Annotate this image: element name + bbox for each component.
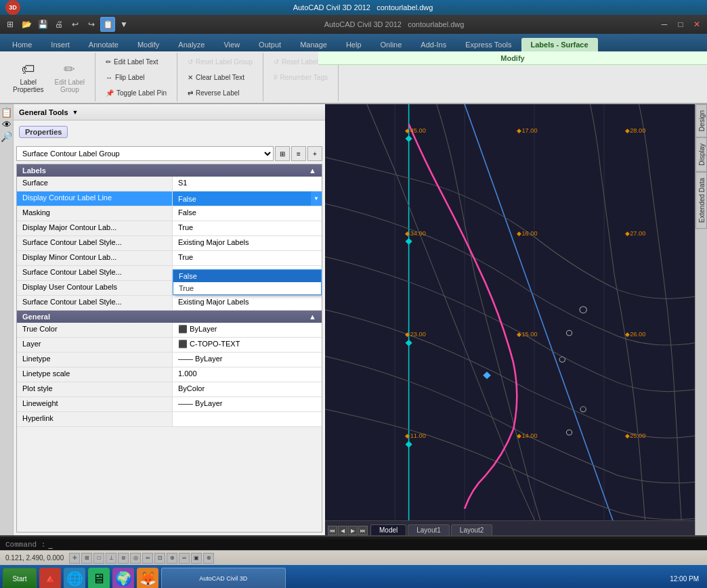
tab-analyze[interactable]: Analyze: [169, 38, 214, 51]
taskbar-clock: 12:00 PM: [664, 575, 704, 583]
prop-row-plot-style: Plot style ByColor: [17, 382, 322, 397]
taskbar-active-window[interactable]: AutoCAD Civil 3D: [161, 568, 286, 588]
qa-redo-btn[interactable]: ↪: [84, 17, 99, 32]
layout-nav-last[interactable]: ⏭: [358, 526, 368, 535]
svg-text:◆45.00: ◆45.00: [405, 127, 425, 134]
properties-icon[interactable]: 📋: [0, 107, 13, 118]
layout-nav-next[interactable]: ▶: [348, 526, 358, 535]
command-area: Command : _: [0, 535, 707, 550]
edit-label-group-btn[interactable]: ✏ Edit LabelGroup: [50, 58, 89, 96]
properties-header-area: Properties: [14, 120, 325, 143]
taskbar-app-4[interactable]: 🌍: [112, 568, 134, 588]
status-icon-otrack[interactable]: ∞: [142, 553, 153, 564]
status-icon-dyn[interactable]: ⊕: [167, 553, 177, 564]
qa-open-btn[interactable]: 📂: [19, 17, 34, 32]
tab-layout1[interactable]: Layout1: [408, 524, 450, 535]
label-group-select[interactable]: Surface Contour Label Group: [16, 146, 274, 161]
status-icon-ortho[interactable]: ⊥: [106, 553, 116, 564]
object-viewer-icon[interactable]: 👁: [0, 119, 13, 130]
tab-online[interactable]: Online: [371, 38, 412, 51]
edit-label-text-btn[interactable]: ✏ Edit Label Text: [101, 54, 171, 69]
reset-label-group-btn[interactable]: ↺ Reset Label Group: [183, 54, 257, 69]
qa-home-btn[interactable]: ⊞: [3, 17, 18, 32]
minimize-btn[interactable]: ─: [657, 17, 672, 32]
label-properties-btn[interactable]: 🏷 LabelProperties: [8, 58, 49, 96]
toggle-label-pin-btn[interactable]: 📌 Toggle Label Pin: [101, 85, 171, 100]
tab-express-tools[interactable]: Express Tools: [456, 38, 521, 51]
quick-select-btn[interactable]: ≡: [291, 146, 306, 161]
qa-dropdown-btn[interactable]: ▼: [116, 17, 131, 32]
maximize-btn[interactable]: □: [673, 17, 688, 32]
qa-print-btn[interactable]: 🖨: [51, 17, 66, 32]
status-icon-ducs[interactable]: ⊡: [154, 553, 165, 564]
close-btn[interactable]: ✕: [689, 17, 704, 32]
tab-view[interactable]: View: [214, 38, 249, 51]
reverse-label-btn[interactable]: ⇄ Reverse Label: [183, 85, 257, 100]
tab-insert[interactable]: Insert: [41, 38, 79, 51]
tab-manage[interactable]: Manage: [291, 38, 337, 51]
tab-design[interactable]: Design: [695, 104, 707, 137]
flip-label-btn[interactable]: ↔ Flip Label: [101, 70, 171, 85]
start-button[interactable]: Start: [3, 568, 37, 588]
tab-home[interactable]: Home: [3, 38, 41, 51]
status-icon-lw[interactable]: ═: [179, 553, 190, 564]
dropdown-selector-area: Surface Contour Label Group ⊞ ≡ +: [16, 146, 322, 161]
general-section-header[interactable]: General ▲: [17, 311, 322, 323]
dropdown-item-false[interactable]: False: [173, 270, 321, 282]
tab-output[interactable]: Output: [249, 38, 291, 51]
prop-row-linetype: Linetype —— ByLayer: [17, 353, 322, 367]
status-icon-osnap[interactable]: ◎: [130, 553, 141, 564]
status-icons-row: ✛ ⊞ □ ⊥ ⊚ ◎ ∞ ⊡ ⊕ ═ ▣ ⊗: [69, 553, 702, 564]
status-icon-grid[interactable]: ⊞: [81, 553, 92, 564]
left-icon-bar: 📋 👁 🔎: [0, 104, 14, 535]
labels-section-header[interactable]: Labels ▲: [17, 164, 322, 177]
main-area: 📋 👁 🔎 General Tools ▼ Properties Surface…: [0, 104, 707, 535]
command-cursor[interactable]: _: [48, 541, 52, 549]
reverse-label-label: Reverse Label: [196, 89, 239, 97]
status-icon-snap[interactable]: □: [93, 553, 104, 564]
status-icon-polar[interactable]: ⊚: [118, 553, 129, 564]
prop-row-truecolor: True Color ⬛ ByLayer: [17, 323, 322, 338]
status-icon-sc[interactable]: ⊗: [203, 553, 214, 564]
qa-undo-btn[interactable]: ↩: [68, 17, 83, 32]
svg-text:◆23.00: ◆23.00: [405, 331, 425, 338]
tab-model[interactable]: Model: [370, 524, 406, 535]
tab-layout2[interactable]: Layout2: [451, 524, 493, 535]
taskbar-app-2[interactable]: 🌐: [64, 568, 85, 588]
taskbar-app-5[interactable]: 🦊: [137, 568, 158, 588]
clear-label-text-btn[interactable]: ✕ Clear Label Text: [183, 70, 257, 85]
status-bar: 0.121, 2.490, 0.000 ✛ ⊞ □ ⊥ ⊚ ◎ ∞ ⊡ ⊕ ═ …: [0, 550, 707, 565]
tab-addins[interactable]: Add-Ins: [411, 38, 456, 51]
layout-nav-first[interactable]: ⏮: [328, 526, 337, 535]
taskbar-app-1[interactable]: 🔺: [39, 568, 61, 588]
renumber-tags-btn[interactable]: # Renumber Tags: [269, 70, 333, 85]
dropdown-item-true[interactable]: True: [173, 282, 321, 294]
prop-value-display-contour[interactable]: False ▼: [173, 191, 322, 206]
qa-save-btn[interactable]: 💾: [35, 17, 50, 32]
prop-label-display-contour: Display Contour Label Line: [17, 191, 173, 206]
ribbon-group-label-props: 🏷 LabelProperties ✏ Edit LabelGroup: [3, 53, 95, 101]
tab-modify[interactable]: Modify: [128, 38, 169, 51]
prop-row-minor-display: Display Minor Contour Lab... True: [17, 251, 322, 266]
tab-display[interactable]: Display: [695, 137, 707, 172]
clear-label-text-label: Clear Label Text: [196, 74, 244, 81]
tab-extended-data[interactable]: Extended Data: [695, 172, 707, 229]
general-tools-arrow[interactable]: ▼: [72, 109, 79, 116]
tab-labels-surface[interactable]: Labels - Surface: [521, 38, 598, 51]
prop-row-display-contour[interactable]: Display Contour Label Line False ▼: [17, 191, 322, 206]
qa-publish-btn[interactable]: 📋: [100, 17, 115, 32]
tab-annotate[interactable]: Annotate: [79, 38, 128, 51]
status-coords: 0.121, 2.490, 0.000: [5, 554, 64, 562]
taskbar-app-3[interactable]: 🖥: [88, 568, 110, 588]
select-all-btn[interactable]: ⊞: [275, 146, 290, 161]
isolate-icon[interactable]: 🔎: [0, 131, 13, 142]
status-icon-qp[interactable]: ▣: [191, 553, 202, 564]
status-icon-crosshair[interactable]: ✛: [69, 553, 80, 564]
layout-nav-prev[interactable]: ◀: [338, 526, 347, 535]
reverse-label-icon: ⇄: [188, 89, 193, 97]
svg-text:◆27.00: ◆27.00: [625, 230, 645, 237]
svg-text:◆14.00: ◆14.00: [517, 432, 537, 439]
dropdown-arrow-icon[interactable]: ▼: [311, 191, 322, 206]
pickbox-btn[interactable]: +: [307, 146, 322, 161]
tab-help[interactable]: Help: [337, 38, 371, 51]
